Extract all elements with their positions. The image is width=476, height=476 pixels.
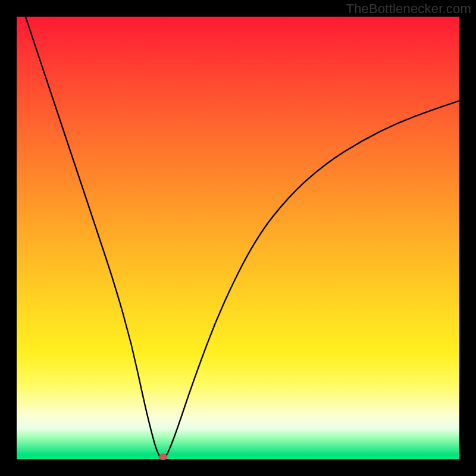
dip-marker xyxy=(159,454,167,460)
plot-area xyxy=(17,17,459,459)
frame-border-left xyxy=(0,0,17,476)
frame-border-right xyxy=(459,0,476,476)
chart-frame xyxy=(0,0,476,476)
frame-border-bottom xyxy=(0,459,476,476)
chart-stage: TheBottlenecker.com xyxy=(0,0,476,476)
bottleneck-curve xyxy=(17,17,459,459)
watermark-text: TheBottlenecker.com xyxy=(346,1,471,17)
